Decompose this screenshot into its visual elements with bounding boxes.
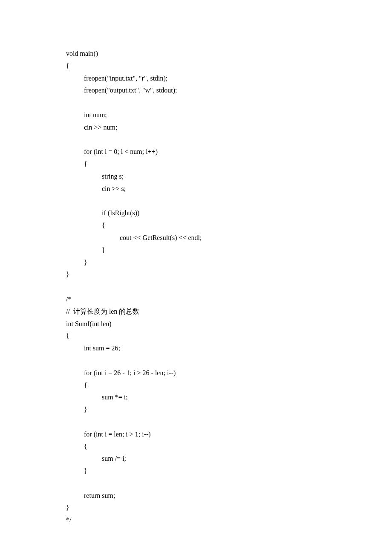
- code-line: {: [66, 60, 326, 72]
- code-line: }: [66, 269, 326, 281]
- code-line: sum *= i;: [66, 391, 326, 404]
- code-line: {: [66, 220, 326, 232]
- code-line: string s;: [66, 171, 326, 183]
- code-line: void main(): [66, 48, 326, 60]
- code-line: [66, 195, 326, 208]
- code-line: {: [66, 330, 326, 342]
- code-block: void main(){freopen("input.txt", "r", st…: [66, 48, 326, 526]
- code-line: {: [66, 441, 326, 453]
- code-line: for (int i = 26 - 1; i > 26 - len; i--): [66, 367, 326, 379]
- code-line: [66, 134, 326, 146]
- code-line: sum /= i;: [66, 453, 326, 465]
- code-line: cin >> s;: [66, 183, 326, 195]
- code-line: }: [66, 465, 326, 477]
- code-line: [66, 477, 326, 490]
- code-line: {: [66, 379, 326, 392]
- code-line: return sum;: [66, 490, 326, 502]
- code-line: int sum = 26;: [66, 342, 326, 355]
- code-line: for (int i = len; i > 1; i--): [66, 428, 326, 441]
- code-line: }: [66, 257, 326, 269]
- code-line: freopen("input.txt", "r", stdin);: [66, 72, 326, 85]
- code-line: */: [66, 514, 326, 526]
- code-line: }: [66, 244, 326, 257]
- code-line: [66, 281, 326, 293]
- code-line: }: [66, 404, 326, 416]
- document-page: void main(){freopen("input.txt", "r", st…: [0, 0, 392, 526]
- code-line: cout << GetResult(s) << endl;: [66, 232, 326, 244]
- code-line: int SumI(int len): [66, 318, 326, 330]
- code-line: /*: [66, 293, 326, 306]
- code-line: if (IsRight(s)): [66, 207, 326, 220]
- code-line: freopen("output.txt", "w", stdout);: [66, 84, 326, 97]
- code-line: [66, 355, 326, 367]
- code-line: [66, 416, 326, 428]
- code-line: // 计算长度为 len 的总数: [66, 306, 326, 318]
- code-line: for (int i = 0; i < num; i++): [66, 146, 326, 158]
- code-line: {: [66, 158, 326, 171]
- code-line: int num;: [66, 109, 326, 121]
- code-line: }: [66, 502, 326, 514]
- code-line: [66, 97, 326, 109]
- code-line: cin >> num;: [66, 121, 326, 134]
